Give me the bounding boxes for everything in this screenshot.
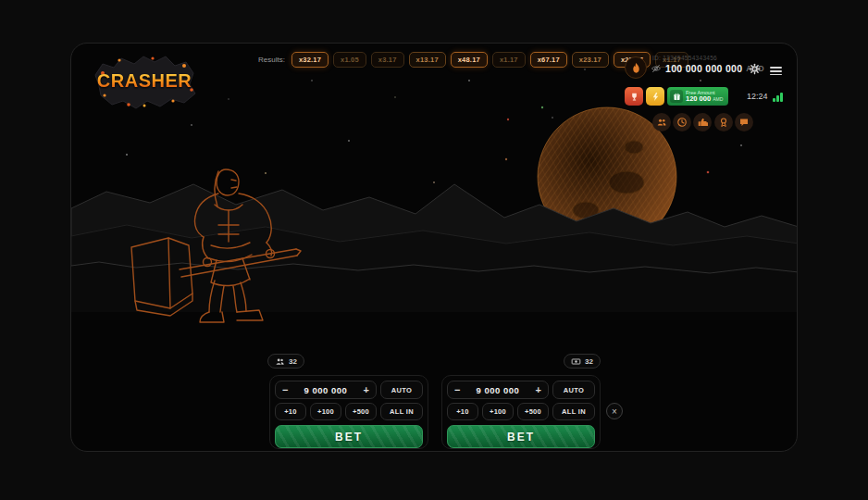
flame-avatar-icon xyxy=(630,62,642,74)
likes-button[interactable] xyxy=(693,113,712,131)
increase-amount-button[interactable]: + xyxy=(364,385,369,395)
connection-signal-icon xyxy=(773,93,783,102)
results-label: Results: xyxy=(258,56,285,64)
menu-hamburger-icon[interactable] xyxy=(770,65,782,78)
user-id: ID: 123454554343456 xyxy=(652,55,717,61)
balance-value: 100 000 000 000 xyxy=(665,63,742,74)
amount-stepper: − 9 000 000 + xyxy=(447,381,549,399)
result-badge[interactable]: x67.17 xyxy=(530,52,567,68)
game-window: CRASHER Results: x32.17 x1.05 x3.17 x13.… xyxy=(70,43,798,452)
result-badge[interactable]: x13.17 xyxy=(409,52,446,68)
close-icon: × xyxy=(612,406,617,417)
clock-time: 12:24 xyxy=(747,92,768,101)
auto-button[interactable]: AUTO xyxy=(380,381,423,399)
players-count: 32 xyxy=(289,357,297,366)
free-amount-currency: AMD xyxy=(713,96,723,102)
result-badge[interactable]: x1.05 xyxy=(333,52,366,68)
quick-add-10-button[interactable]: +10 xyxy=(447,403,478,420)
bet-amount-value[interactable]: 9 000 000 xyxy=(460,385,535,395)
bets-count: 32 xyxy=(585,357,593,366)
awards-button[interactable] xyxy=(714,113,733,131)
settings-gear-icon[interactable] xyxy=(749,63,761,75)
quick-add-100-button[interactable]: +100 xyxy=(310,403,341,420)
gift-icon xyxy=(670,90,683,103)
close-second-panel-button[interactable]: × xyxy=(606,403,623,419)
result-badge[interactable]: x48.17 xyxy=(451,52,488,68)
users-icon xyxy=(275,356,285,367)
quick-add-100-button[interactable]: +100 xyxy=(482,403,514,420)
quick-add-500-button[interactable]: +500 xyxy=(345,403,377,420)
result-badge[interactable]: x3.17 xyxy=(371,52,404,68)
history-clock-icon xyxy=(676,117,688,128)
bet-button[interactable]: BET xyxy=(447,425,595,448)
logo-text: CRASHER xyxy=(88,70,201,92)
bet-panel-left: − 9 000 000 + AUTO +10 +100 +500 ALL IN … xyxy=(269,375,428,449)
players-counter: 32 xyxy=(267,354,304,369)
users-icon xyxy=(656,117,667,128)
award-ribbon-icon xyxy=(718,117,729,128)
auto-button[interactable]: AUTO xyxy=(552,381,595,399)
history-button[interactable] xyxy=(673,113,691,131)
chat-icon xyxy=(738,117,750,128)
result-badge[interactable]: x1.17 xyxy=(492,52,526,68)
avatar[interactable] xyxy=(625,56,647,79)
thumb-up-icon xyxy=(697,117,708,128)
balance-row: 100 000 000 000 AMD xyxy=(651,63,764,74)
amount-stepper: − 9 000 000 + xyxy=(275,381,377,399)
boost-bonus-button[interactable] xyxy=(625,87,643,106)
chat-button[interactable] xyxy=(735,113,753,131)
banknote-icon xyxy=(571,356,581,367)
bets-counter: 32 xyxy=(564,354,601,369)
bet-zone: 32 32 − 9 000 000 + AUTO +10 +100 + xyxy=(71,349,798,452)
header-account-cluster: ID: 123454554343456 100 000 000 000 AMD xyxy=(617,44,797,145)
all-in-button[interactable]: ALL IN xyxy=(380,403,423,420)
increase-amount-button[interactable]: + xyxy=(536,385,541,395)
bet-amount-value[interactable]: 9 000 000 xyxy=(288,385,363,395)
free-amount-value: 120 000 xyxy=(686,94,711,103)
result-badge[interactable]: x32.17 xyxy=(291,52,329,68)
eye-off-icon[interactable] xyxy=(651,63,662,74)
lightning-icon xyxy=(651,92,661,102)
trophy-icon xyxy=(629,92,639,102)
bet-panel-right: − 9 000 000 + AUTO +10 +100 +500 ALL IN … xyxy=(441,375,601,449)
quick-add-10-button[interactable]: +10 xyxy=(275,403,306,420)
all-in-button[interactable]: ALL IN xyxy=(552,403,595,420)
quick-add-500-button[interactable]: +500 xyxy=(517,403,549,420)
players-button[interactable] xyxy=(652,113,671,131)
result-badge[interactable]: x23.17 xyxy=(572,52,609,68)
free-amount-badge[interactable]: Free Amount 120 000 AMD xyxy=(667,87,728,106)
turbo-bonus-button[interactable] xyxy=(646,87,664,106)
bet-button[interactable]: BET xyxy=(275,425,423,448)
crasher-logo: CRASHER xyxy=(88,47,201,114)
